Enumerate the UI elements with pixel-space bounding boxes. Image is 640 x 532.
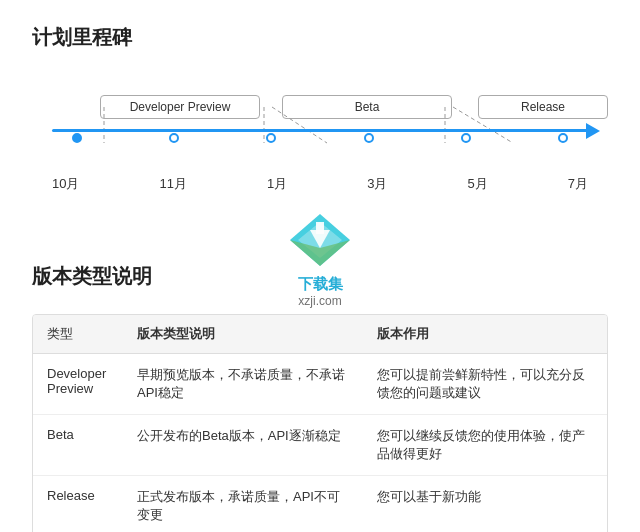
month-mar: 3月 — [367, 175, 387, 193]
row-1-desc: 早期预览版本，不承诺质量，不承诺API稳定 — [123, 354, 363, 415]
svg-rect-9 — [316, 222, 324, 234]
phase-release: Release — [478, 95, 608, 119]
col-header-usage: 版本作用 — [363, 315, 607, 354]
table-row: Developer Preview 早期预览版本，不承诺质量，不承诺API稳定 … — [33, 354, 607, 415]
dot-jul — [558, 133, 568, 143]
phase-beta: Beta — [282, 95, 452, 119]
month-may: 5月 — [467, 175, 487, 193]
phase-developer-preview: Developer Preview — [100, 95, 260, 119]
row-3-desc: 正式发布版本，承诺质量，API不可变更 — [123, 476, 363, 533]
row-1-type: Developer Preview — [33, 354, 123, 415]
row-3-usage: 您可以基于新功能 — [363, 476, 607, 533]
dot-nov — [169, 133, 179, 143]
col-header-type: 类型 — [33, 315, 123, 354]
dot-mar — [364, 133, 374, 143]
month-oct: 10月 — [52, 175, 79, 193]
row-2-type: Beta — [33, 415, 123, 476]
row-1-usage: 您可以提前尝鲜新特性，可以充分反馈您的问题或建议 — [363, 354, 607, 415]
row-3-type: Release — [33, 476, 123, 533]
month-jan: 1月 — [267, 175, 287, 193]
timeline-dots — [72, 136, 568, 143]
page-title-2: 版本类型说明 — [32, 263, 608, 290]
version-table: 类型 版本类型说明 版本作用 Developer Preview 早期预览版本，… — [32, 314, 608, 532]
svg-marker-7 — [298, 222, 342, 258]
table-row: Beta 公开发布的Beta版本，API逐渐稳定 您可以继续反馈您的使用体验，使… — [33, 415, 607, 476]
month-nov: 11月 — [159, 175, 186, 193]
month-labels: 10月 11月 1月 3月 5月 7月 — [32, 175, 608, 193]
svg-marker-8 — [310, 230, 330, 248]
dot-oct — [72, 133, 82, 143]
table-header-row: 类型 版本类型说明 版本作用 — [33, 315, 607, 354]
month-jul: 7月 — [568, 175, 588, 193]
dot-jan — [266, 133, 276, 143]
row-2-usage: 您可以继续反馈您的使用体验，使产品做得更好 — [363, 415, 607, 476]
col-header-desc: 版本类型说明 — [123, 315, 363, 354]
dot-may — [461, 133, 471, 143]
page-title-1: 计划里程碑 — [32, 24, 608, 51]
row-2-desc: 公开发布的Beta版本，API逐渐稳定 — [123, 415, 363, 476]
timeline-axis — [52, 129, 588, 132]
table-row: Release 正式发布版本，承诺质量，API不可变更 您可以基于新功能 — [33, 476, 607, 533]
